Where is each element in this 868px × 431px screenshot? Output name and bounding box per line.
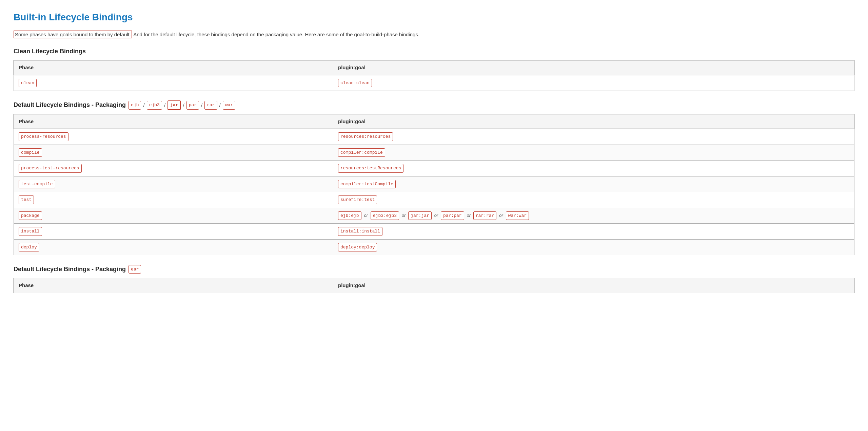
goal-cell: compiler:compile xyxy=(333,145,854,161)
goal-badge: par:par xyxy=(441,211,464,220)
goal-badge: rar:rar xyxy=(473,211,497,220)
phase-badge: test xyxy=(19,195,34,204)
phase-badge: install xyxy=(19,227,42,236)
table-row: process-resources resources:resources xyxy=(14,129,854,145)
phase-badge: process-resources xyxy=(19,132,68,141)
goal-badge: deploy:deploy xyxy=(338,243,377,252)
goal-badge: war:war xyxy=(506,211,529,220)
default-jar-section-header: Default Lifecycle Bindings - Packaging e… xyxy=(14,100,854,110)
goal-badge: surefire:test xyxy=(338,195,377,204)
table-row: process-test-resources resources:testRes… xyxy=(14,161,854,176)
or-text: or xyxy=(467,213,471,218)
goal-cell: ejb:ejb or ejb3:ejb3 or jar:jar or par:p… xyxy=(333,208,854,224)
table-row: test surefire:test xyxy=(14,192,854,208)
goal-badge: clean:clean xyxy=(338,79,372,88)
packaging-separator: / xyxy=(143,101,144,109)
packaging-separator: / xyxy=(219,101,221,109)
phase-badge: process-test-resources xyxy=(19,164,82,173)
jar-packaging-badges: ejb/ejb3/jar/par/rar/war xyxy=(129,100,235,110)
table-row: clean clean:clean xyxy=(14,75,854,91)
phase-badge: compile xyxy=(19,148,42,157)
phase-cell: install xyxy=(14,224,333,240)
goal-badge: ejb:ejb xyxy=(338,211,361,220)
phase-cell: deploy xyxy=(14,239,333,255)
default-ear-section-header: Default Lifecycle Bindings - Packaging e… xyxy=(14,265,854,274)
default-ear-section-title: Default Lifecycle Bindings - Packaging xyxy=(14,265,126,274)
packaging-badge: jar xyxy=(167,100,181,110)
goal-cell: surefire:test xyxy=(333,192,854,208)
ear-packaging-badges: ear xyxy=(129,265,141,274)
goal-cell: clean:clean xyxy=(333,75,854,91)
phase-badge: package xyxy=(19,211,42,220)
or-text: or xyxy=(402,213,406,218)
packaging-badge: ear xyxy=(129,265,141,274)
packaging-badge: war xyxy=(223,101,235,110)
jar-table-phase-header: Phase xyxy=(14,114,333,129)
clean-table-phase-header: Phase xyxy=(14,60,333,75)
default-ear-lifecycle-table: Phase plugin:goal xyxy=(14,278,854,293)
or-text: or xyxy=(499,213,503,218)
table-row: deploy deploy:deploy xyxy=(14,239,854,255)
goal-cell: deploy:deploy xyxy=(333,239,854,255)
packaging-badge: par xyxy=(186,101,199,110)
packaging-separator: / xyxy=(183,101,184,109)
packaging-separator: / xyxy=(201,101,202,109)
goal-badge: ejb3:ejb3 xyxy=(371,211,399,220)
ear-table-goal-header: plugin:goal xyxy=(333,278,854,293)
intro-rest-text: And for the default lifecycle, these bin… xyxy=(132,32,419,37)
goal-badge: compiler:testCompile xyxy=(338,180,396,189)
default-jar-lifecycle-table: Phase plugin:goal process-resources reso… xyxy=(14,114,854,256)
phase-badge: clean xyxy=(19,79,37,88)
table-row: test-compile compiler:testCompile xyxy=(14,176,854,192)
or-text: or xyxy=(364,213,368,218)
clean-table-goal-header: plugin:goal xyxy=(333,60,854,75)
intro-paragraph: Some phases have goals bound to them by … xyxy=(14,31,854,39)
table-row: install install:install xyxy=(14,224,854,240)
intro-highlighted-text: Some phases have goals bound to them by … xyxy=(14,31,132,38)
goal-badge: compiler:compile xyxy=(338,148,385,157)
or-text: or xyxy=(434,213,438,218)
phase-cell: compile xyxy=(14,145,333,161)
packaging-separator: / xyxy=(164,101,165,109)
phase-cell: process-test-resources xyxy=(14,161,333,176)
phase-badge: deploy xyxy=(19,243,39,252)
clean-lifecycle-table: Phase plugin:goal clean clean:clean xyxy=(14,60,854,91)
table-row: package ejb:ejb or ejb3:ejb3 or jar:jar … xyxy=(14,208,854,224)
goal-cell: resources:resources xyxy=(333,129,854,145)
goal-cell: resources:testResources xyxy=(333,161,854,176)
packaging-badge: rar xyxy=(204,101,217,110)
page-title: Built-in Lifecycle Bindings xyxy=(14,10,854,24)
clean-section-title: Clean Lifecycle Bindings xyxy=(14,47,854,56)
phase-cell: package xyxy=(14,208,333,224)
phase-cell: process-resources xyxy=(14,129,333,145)
goal-badge: jar:jar xyxy=(408,211,432,220)
table-row: compile compiler:compile xyxy=(14,145,854,161)
jar-table-goal-header: plugin:goal xyxy=(333,114,854,129)
phase-badge: test-compile xyxy=(19,180,55,189)
ear-table-phase-header: Phase xyxy=(14,278,333,293)
packaging-badge: ejb3 xyxy=(147,101,162,110)
goal-badge: resources:resources xyxy=(338,132,393,141)
packaging-badge: ejb xyxy=(129,101,141,110)
goal-cell: compiler:testCompile xyxy=(333,176,854,192)
goal-badge: install:install xyxy=(338,227,382,236)
phase-cell: test-compile xyxy=(14,176,333,192)
default-jar-section-title: Default Lifecycle Bindings - Packaging xyxy=(14,100,126,110)
goal-badge: resources:testResources xyxy=(338,164,403,173)
goal-cell: install:install xyxy=(333,224,854,240)
phase-cell: clean xyxy=(14,75,333,91)
phase-cell: test xyxy=(14,192,333,208)
